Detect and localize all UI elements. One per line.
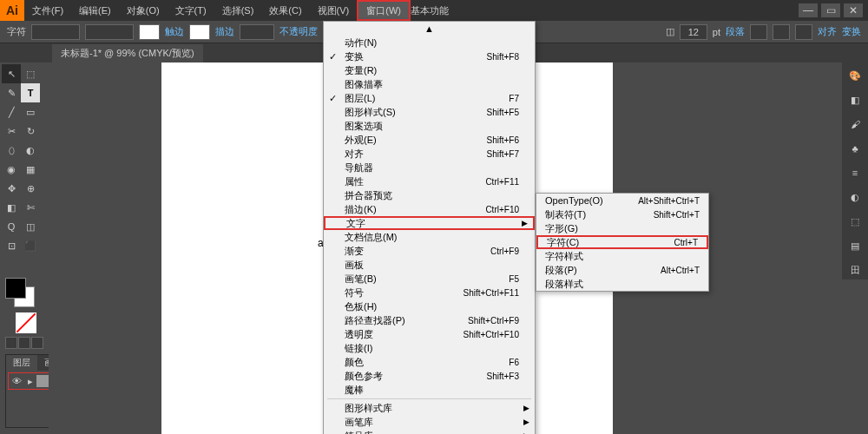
- menu-视图[interactable]: 视图(V): [310, 0, 358, 21]
- menu-效果[interactable]: 效果(C): [261, 0, 309, 21]
- opacity-link[interactable]: 不透明度: [279, 25, 318, 38]
- menu-item-对齐[interactable]: 对齐Shift+F7: [324, 147, 535, 161]
- menu-item-魔棒[interactable]: 魔棒: [324, 383, 535, 397]
- tool-1[interactable]: ⬚: [21, 64, 40, 83]
- menu-item-图形样式[interactable]: 图形样式(S)Shift+F5: [324, 105, 535, 119]
- font-family-dropdown[interactable]: [31, 24, 80, 40]
- tool-5[interactable]: ▭: [21, 102, 40, 122]
- menu-文字[interactable]: 文字(T): [168, 0, 214, 21]
- menu-item-变换[interactable]: ✓变换Shift+F8: [324, 49, 535, 63]
- menu-item-链接[interactable]: 链接(I): [324, 341, 535, 355]
- menu-item-变量[interactable]: 变量(R): [324, 63, 535, 77]
- panel-icon-1[interactable]: ◧: [845, 90, 865, 109]
- tab-layers[interactable]: 图层: [6, 355, 37, 371]
- stroke-weight-dropdown[interactable]: [240, 24, 274, 40]
- expand-icon[interactable]: ▸: [28, 376, 33, 387]
- stroke-pt-input[interactable]: [680, 24, 707, 40]
- tool-18[interactable]: ⊡: [2, 236, 21, 255]
- menu-item-外观[interactable]: 外观(E)Shift+F6: [324, 133, 535, 147]
- tool-4[interactable]: ╱: [2, 102, 21, 122]
- tool-19[interactable]: ⬛: [21, 236, 40, 255]
- tool-6[interactable]: ✂: [2, 122, 21, 141]
- menu-item-颜色[interactable]: 颜色F6: [324, 355, 535, 369]
- tool-16[interactable]: Q: [2, 217, 21, 236]
- tool-8[interactable]: ⬯: [2, 141, 21, 160]
- font-style-dropdown[interactable]: [85, 24, 134, 40]
- scroll-up-icon[interactable]: ▲: [324, 22, 535, 36]
- stroke-swatch[interactable]: [189, 24, 210, 40]
- menu-item-颜色参考[interactable]: 颜色参考Shift+F3: [324, 369, 535, 383]
- close-button[interactable]: ✕: [844, 3, 863, 17]
- menu-item-符号[interactable]: 符号Shift+Ctrl+F11: [324, 286, 535, 299]
- menu-item-图形样式库[interactable]: 图形样式库▶: [324, 401, 535, 415]
- visibility-icon[interactable]: 👁: [12, 376, 24, 386]
- tool-9[interactable]: ◐: [21, 141, 40, 160]
- menu-编辑[interactable]: 编辑(E): [71, 0, 119, 21]
- maximize-button[interactable]: ▭: [821, 3, 840, 17]
- submenu-item-段落样式[interactable]: 段落样式: [536, 277, 708, 291]
- panel-icon-2[interactable]: 🖌: [845, 115, 865, 134]
- menu-item-符号库[interactable]: 符号库▶: [324, 429, 535, 434]
- workspace-switcher[interactable]: 基本功能: [411, 4, 449, 17]
- tool-17[interactable]: ◫: [21, 217, 40, 236]
- submenu-item-制表符[interactable]: 制表符(T)Shift+Ctrl+T: [536, 207, 708, 221]
- tool-3[interactable]: T: [21, 83, 40, 102]
- panel-icon-8[interactable]: 田: [845, 260, 865, 279]
- menu-item-图层[interactable]: ✓图层(L)F7: [324, 91, 535, 105]
- tool-11[interactable]: ▦: [21, 160, 40, 179]
- none-color-icon[interactable]: [16, 312, 36, 333]
- menu-item-画板[interactable]: 画板: [324, 258, 535, 272]
- menu-item-渐变[interactable]: 渐变Ctrl+F9: [324, 244, 535, 258]
- tool-2[interactable]: ✎: [2, 83, 21, 102]
- menu-item-图案选项[interactable]: 图案选项: [324, 119, 535, 133]
- fill-color-swatch[interactable]: [5, 278, 26, 299]
- align-center-button[interactable]: [773, 24, 790, 40]
- menu-item-描边[interactable]: 描边(K)Ctrl+F10: [324, 202, 535, 216]
- menu-item-文字[interactable]: 文字▶: [324, 216, 535, 230]
- tool-14[interactable]: ◧: [2, 198, 21, 217]
- panel-icon-6[interactable]: ⬚: [845, 212, 865, 231]
- document-tab[interactable]: 未标题-1* @ 99% (CMYK/预览): [52, 44, 203, 62]
- menu-对象[interactable]: 对象(O): [119, 0, 168, 21]
- menu-窗口[interactable]: 窗口(W): [357, 0, 411, 21]
- panel-icon-7[interactable]: ▤: [845, 236, 865, 255]
- paragraph-link[interactable]: 段落: [726, 25, 745, 38]
- stroke-link[interactable]: 描边: [215, 25, 234, 38]
- touch-link[interactable]: 触边: [165, 25, 184, 38]
- menu-item-透明度[interactable]: 透明度Shift+Ctrl+F10: [324, 327, 535, 341]
- menu-选择[interactable]: 选择(S): [214, 0, 262, 21]
- draw-mode-switch[interactable]: [5, 337, 43, 349]
- menu-item-画笔库[interactable]: 画笔库▶: [324, 415, 535, 429]
- color-picker[interactable]: [5, 278, 36, 309]
- align-right-button[interactable]: [795, 24, 812, 40]
- align-left-button[interactable]: [750, 24, 767, 40]
- panel-icon-5[interactable]: ◐: [845, 187, 865, 207]
- submenu-item-字符样式[interactable]: 字符样式: [536, 249, 708, 263]
- panel-icon-3[interactable]: ♣: [845, 139, 865, 158]
- tool-10[interactable]: ◉: [2, 160, 21, 179]
- menu-item-导航器[interactable]: 导航器: [324, 161, 535, 174]
- tool-7[interactable]: ↻: [21, 122, 40, 141]
- submenu-item-字符[interactable]: 字符(C)Ctrl+T: [536, 235, 708, 249]
- menu-item-文档信息[interactable]: 文档信息(M): [324, 230, 535, 244]
- menu-item-图像描摹[interactable]: 图像描摹: [324, 77, 535, 91]
- submenu-item-字形[interactable]: 字形(G): [536, 221, 708, 235]
- menu-item-属性[interactable]: 属性Ctrl+F11: [324, 174, 535, 188]
- minimize-button[interactable]: —: [799, 3, 818, 17]
- replace-link[interactable]: 变换: [842, 25, 861, 38]
- tool-13[interactable]: ⊕: [21, 179, 40, 198]
- tool-15[interactable]: ✄: [21, 198, 40, 217]
- panel-icon-0[interactable]: 🎨: [845, 66, 865, 85]
- tool-12[interactable]: ✥: [2, 179, 21, 198]
- transform-link[interactable]: 对齐: [818, 25, 837, 38]
- submenu-item-OpenType[interactable]: OpenType(O)Alt+Shift+Ctrl+T: [536, 194, 708, 207]
- menu-item-色板[interactable]: 色板(H): [324, 299, 535, 313]
- tool-0[interactable]: ↖: [2, 64, 21, 83]
- menu-item-画笔[interactable]: 画笔(B)F5: [324, 272, 535, 286]
- menu-item-动作[interactable]: 动作(N): [324, 36, 535, 49]
- submenu-item-段落[interactable]: 段落(P)Alt+Ctrl+T: [536, 263, 708, 277]
- fill-swatch[interactable]: [139, 24, 160, 40]
- panel-icon-4[interactable]: ≡: [845, 163, 865, 182]
- menu-item-路径查找器[interactable]: 路径查找器(P)Shift+Ctrl+F9: [324, 313, 535, 327]
- menu-文件[interactable]: 文件(F): [24, 0, 71, 21]
